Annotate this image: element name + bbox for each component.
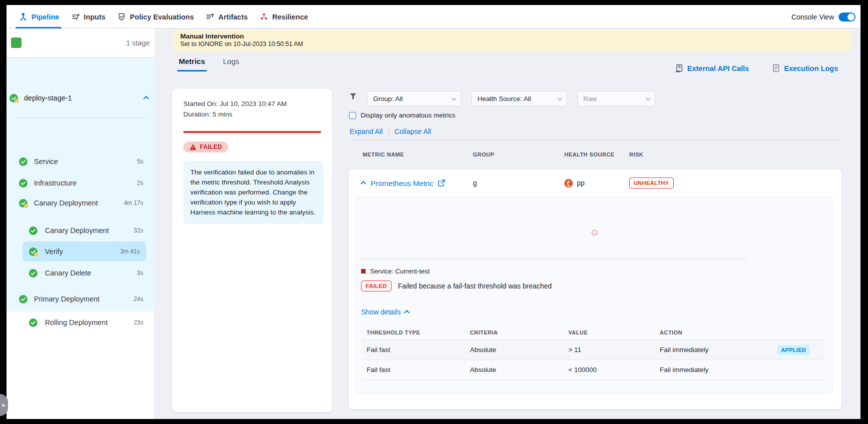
col-risk: RISK	[629, 152, 842, 158]
tree-divider	[16, 118, 145, 118]
chevron-down-icon	[646, 96, 651, 100]
col-value: VALUE	[568, 330, 660, 336]
stage-status-chip[interactable]	[11, 38, 21, 48]
console-view-toggle[interactable]	[839, 12, 856, 22]
document-icon	[772, 64, 780, 72]
link-separator: |	[388, 128, 390, 136]
step-primary-deployment[interactable]: Primary Deployment 24s	[6, 290, 155, 308]
stage-name: deploy-stage-1	[24, 94, 145, 102]
prometheus-icon	[564, 179, 573, 188]
metric-row-prometheus[interactable]: Prometheus Metric g pp UNHEALTHY	[349, 170, 842, 196]
collapse-row-chevron-icon[interactable]	[361, 181, 366, 186]
tab-policy-evaluations[interactable]: Policy Evaluations	[117, 5, 194, 28]
step-duration: 32s	[134, 227, 143, 234]
harness-pipeline-execution-app: Pipeline Inputs Policy Evaluations	[6, 5, 861, 419]
step-infrastructure[interactable]: Infrastructure 2s	[6, 174, 155, 192]
svg-text:API: API	[676, 70, 680, 73]
raw-filter-placeholder: Raw	[583, 95, 597, 102]
group-filter-dropdown[interactable]: Group: All	[367, 91, 461, 106]
tab-metrics[interactable]: Metrics	[179, 57, 205, 72]
chart-legend: Service: Current-test	[361, 268, 430, 275]
threshold-type: Fail fast	[367, 346, 470, 354]
console-view-label: Console View	[792, 13, 834, 21]
table-top-divider	[349, 140, 842, 140]
tab-artifacts[interactable]: Artifacts	[206, 5, 248, 28]
step-canary-deployment[interactable]: Canary Deployment 32s	[6, 222, 155, 240]
step-verify-selected[interactable]: ! Verify 3m 41s	[22, 242, 146, 262]
step-service[interactable]: Service 5s	[6, 152, 155, 170]
step-label: Verify	[45, 248, 120, 256]
external-api-calls-label: External API Calls	[687, 64, 749, 72]
success-icon	[19, 179, 27, 188]
threshold-row: Fail fast Absolute > 11 Fail immediately…	[361, 340, 825, 360]
health-source-filter-dropdown[interactable]: Health Source: All	[471, 91, 567, 106]
legend-swatch	[361, 269, 366, 274]
inputs-icon	[71, 12, 80, 21]
metric-name-link[interactable]: Prometheus Metric	[371, 179, 434, 188]
success-icon	[29, 318, 37, 327]
tab-inputs[interactable]: Inputs	[71, 5, 106, 28]
step-label: Canary Delete	[45, 269, 137, 277]
banner-title: Manual Intervention	[180, 32, 844, 40]
tab-inputs-label: Inputs	[84, 13, 106, 21]
chevron-down-icon	[557, 96, 562, 100]
warning-status-icon: !	[29, 248, 37, 256]
stage-count-label: 1 stage	[126, 39, 150, 47]
started-on: Started On: Jul 10, 2023 10:47 AM	[183, 100, 321, 108]
show-details-label: Show details	[361, 308, 401, 316]
stage-tree: ! deploy-stage-1 Service 5s Infrastructu…	[6, 58, 155, 312]
show-details-toggle[interactable]: Show details	[361, 308, 410, 316]
threshold-type: Fail fast	[367, 366, 470, 374]
anomalous-metrics-checkbox[interactable]	[349, 112, 356, 119]
step-duration: 3m 41s	[120, 248, 140, 255]
collapse-all-link[interactable]: Collapse All	[395, 128, 431, 136]
metrics-logs-tabs: Metrics Logs	[179, 57, 239, 72]
col-metric-name: METRIC NAME	[363, 152, 473, 158]
raw-filter-dropdown[interactable]: Raw	[577, 91, 655, 106]
step-duration: 3s	[137, 270, 143, 276]
warning-triangle-icon	[190, 144, 196, 150]
tab-logs[interactable]: Logs	[223, 57, 240, 72]
banner-message: Set to IGNORE on 10-Jul-2023 10:50:51 AM	[180, 40, 844, 48]
thresholds-header: THRESHOLD TYPE CRITERIA VALUE ACTION	[361, 325, 825, 340]
col-health-source: HEALTH SOURCE	[564, 152, 629, 158]
tab-pipeline-label: Pipeline	[31, 13, 59, 21]
external-link-icon[interactable]	[438, 180, 445, 186]
col-action: ACTION	[660, 330, 777, 336]
filter-funnel-icon[interactable]	[350, 93, 357, 100]
screenshot-frame: Pipeline Inputs Policy Evaluations	[0, 0, 868, 424]
threshold-value: < 100000	[568, 366, 660, 374]
verification-summary-card: Started On: Jul 10, 2023 10:47 AM Durati…	[172, 89, 332, 412]
top-navbar: Pipeline Inputs Policy Evaluations	[6, 5, 861, 28]
execution-logs-link[interactable]: Execution Logs	[772, 64, 838, 72]
anomalous-metrics-label: Display only anomalous metrics	[361, 112, 455, 119]
anomalous-metrics-filter: Display only anomalous metrics	[349, 112, 455, 119]
expand-all-link[interactable]: Expand All	[350, 128, 383, 136]
failed-reason: Failed because a fail-fast threshold was…	[398, 282, 552, 290]
step-rolling-deployment[interactable]: Rolling Deployment 23s	[6, 314, 155, 332]
applied-badge: APPLIED	[777, 345, 810, 355]
step-canary-deployment-group[interactable]: ! Canary Deployment 4m 17s	[6, 194, 155, 212]
tab-policy-evaluations-label: Policy Evaluations	[130, 13, 194, 21]
toggle-knob	[848, 14, 855, 20]
metric-group-value: g	[473, 179, 564, 187]
step-canary-delete[interactable]: Canary Delete 3s	[6, 264, 155, 282]
tab-pipeline[interactable]: Pipeline	[19, 5, 59, 28]
external-api-calls-link[interactable]: API External API Calls	[675, 64, 749, 73]
step-label: Canary Deployment	[45, 226, 134, 234]
step-label: Infrastructure	[34, 179, 137, 187]
thresholds-table: THRESHOLD TYPE CRITERIA VALUE ACTION Fai…	[361, 325, 825, 380]
col-group: GROUP	[473, 152, 564, 158]
nav-tabs: Pipeline Inputs Policy Evaluations	[19, 5, 308, 28]
chevron-up-icon	[404, 310, 410, 316]
verification-message: The verification failed due to anomalies…	[183, 161, 324, 224]
shield-check-icon	[117, 12, 126, 21]
warning-status-icon: !	[19, 199, 27, 208]
step-duration: 5s	[137, 158, 143, 165]
stage-item-deploy-stage-1[interactable]: ! deploy-stage-1	[6, 92, 155, 104]
anomalous-point-marker[interactable]	[592, 230, 597, 236]
legend-label: Service: Current-test	[370, 268, 430, 275]
tab-resilience[interactable]: Resilience	[260, 5, 308, 28]
failed-status-pill: FAILED	[183, 142, 228, 152]
threshold-criteria: Absolute	[470, 346, 568, 354]
